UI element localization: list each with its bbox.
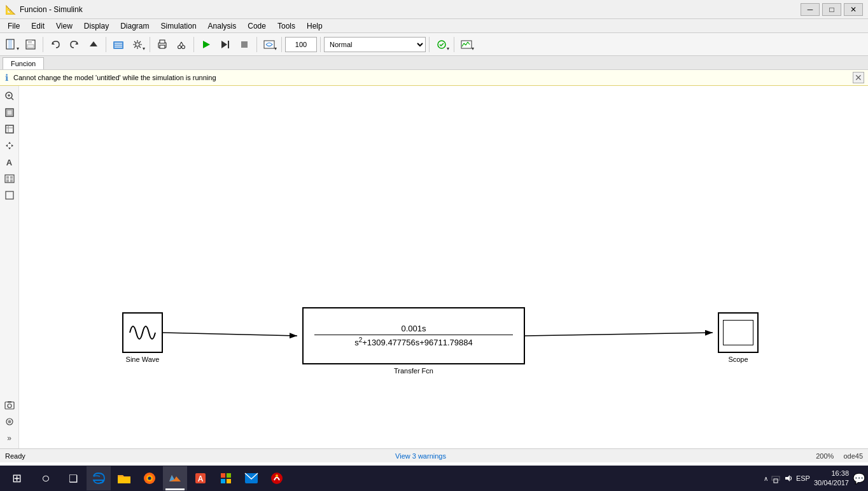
text-tool-button[interactable]: A (1, 155, 18, 170)
ready-status: Ready (5, 452, 25, 460)
svg-rect-36 (7, 110, 12, 115)
scope-block[interactable]: Scope (718, 312, 759, 363)
settings-button[interactable]: ▾ (129, 36, 146, 53)
menu-help[interactable]: Help (302, 20, 328, 32)
taskbar-app7[interactable]: A (188, 466, 213, 490)
toolbar-sep-4 (193, 37, 194, 52)
new-model-button[interactable]: ▾ (3, 36, 20, 53)
svg-marker-42 (6, 144, 8, 147)
taskbar-edge[interactable] (87, 466, 111, 490)
status-bar: Ready View 3 warnings 200% ode45 (0, 448, 868, 462)
svg-rect-58 (724, 321, 752, 344)
toolbar-sep-6 (281, 37, 282, 52)
svg-point-71 (276, 474, 278, 477)
transfer-denominator: s2+1309.477756s+96711.79884 (354, 336, 473, 347)
scope-display (724, 321, 753, 345)
run-button[interactable] (197, 36, 215, 53)
menu-code[interactable]: Code (242, 20, 271, 32)
print-button[interactable]: ▾ (153, 36, 171, 53)
model-tab[interactable]: Funcion (3, 57, 44, 69)
canvas-area[interactable]: Sine Wave 0.001s s2+1309.477756s+96711.7… (19, 86, 868, 448)
sine-wave-block[interactable]: Sine Wave (122, 312, 163, 363)
svg-marker-43 (11, 144, 13, 147)
title-bar: 📐 Funcion - Simulink ─ □ ✕ (0, 0, 868, 19)
svg-line-32 (11, 98, 13, 100)
maximize-button[interactable]: □ (822, 3, 841, 16)
taskbar-app8[interactable] (214, 466, 238, 490)
taskbar-clock[interactable]: 16:38 30/04/2017 (814, 469, 849, 488)
zoom-area-button[interactable] (1, 121, 18, 137)
info-close-button[interactable]: ✕ (853, 72, 864, 83)
taskbar-app9[interactable] (239, 466, 263, 490)
menu-tools[interactable]: Tools (272, 20, 300, 32)
taskbar-firefox[interactable] (137, 466, 162, 490)
warnings-link[interactable]: View 3 warnings (395, 452, 446, 460)
svg-rect-49 (6, 191, 13, 199)
pan-button[interactable] (1, 138, 18, 153)
svg-text:A: A (198, 474, 204, 483)
scope-toolbar-button[interactable]: ▾ (458, 36, 475, 53)
stop-button[interactable] (235, 36, 253, 53)
notification-button[interactable]: 💬 (853, 473, 865, 485)
taskbar-app10[interactable] (265, 466, 289, 490)
tab-bar: Funcion (0, 56, 868, 70)
transfer-divider (314, 335, 512, 335)
menu-analysis[interactable]: Analysis (203, 20, 242, 32)
svg-rect-67 (221, 479, 225, 483)
screenshot-button[interactable] (1, 398, 18, 413)
taskbar-file-explorer[interactable] (112, 466, 136, 490)
start-button[interactable]: ⊞ (3, 466, 31, 490)
undo-button[interactable] (46, 36, 64, 53)
menu-view[interactable]: View (51, 20, 78, 32)
scope-block-body[interactable] (718, 312, 759, 353)
fit-view-button[interactable] (1, 105, 18, 120)
library-browser-button[interactable] (1, 171, 18, 186)
taskbar-right: ∧ ESP 16:38 30/04/2017 💬 (764, 469, 865, 488)
svg-marker-7 (90, 41, 97, 46)
clock-time: 16:38 (814, 469, 849, 478)
menu-simulation[interactable]: Simulation (156, 20, 202, 32)
transfer-fcn-block-body[interactable]: 0.001s s2+1309.477756s+96711.79884 (302, 307, 525, 364)
svg-rect-66 (227, 473, 231, 478)
cut-button[interactable] (172, 36, 190, 53)
sim-mode-dropdown[interactable]: Normal Accelerator Rapid Accelerator Sof… (324, 37, 426, 52)
tray-expand[interactable]: ∧ (764, 475, 768, 482)
svg-point-54 (8, 420, 11, 424)
menu-edit[interactable]: Edit (26, 20, 50, 32)
zoom-in-button[interactable] (1, 88, 18, 104)
sine-wave-block-body[interactable] (122, 312, 163, 353)
transfer-fcn-block[interactable]: 0.001s s2+1309.477756s+96711.79884 Trans… (302, 307, 525, 375)
menu-display[interactable]: Display (79, 20, 114, 32)
redo-button[interactable] (66, 36, 83, 53)
svg-rect-11 (115, 46, 122, 48)
svg-point-62 (148, 477, 151, 480)
library-button[interactable] (109, 36, 127, 53)
svg-rect-15 (160, 45, 165, 48)
clock-date: 30/04/2017 (814, 478, 849, 488)
sim-time-input[interactable] (285, 37, 317, 52)
save-button[interactable] (22, 36, 39, 53)
svg-rect-48 (10, 179, 13, 182)
volume-icon (783, 473, 794, 483)
svg-rect-65 (221, 473, 225, 478)
menu-diagram[interactable]: Diagram (115, 20, 154, 32)
properties-panel-button[interactable] (1, 188, 18, 203)
info-icon: ℹ (5, 73, 8, 83)
svg-marker-20 (203, 41, 210, 48)
minimize-button[interactable]: ─ (801, 3, 820, 16)
taskbar-matlab[interactable] (163, 466, 187, 490)
svg-point-12 (136, 43, 139, 46)
taskbar: ⊞ ○ ❑ A ∧ (0, 466, 868, 491)
close-button[interactable]: ✕ (844, 3, 863, 16)
search-button[interactable]: ○ (32, 466, 60, 490)
svg-rect-9 (115, 43, 122, 44)
menu-file[interactable]: File (3, 20, 25, 32)
record-button[interactable] (1, 414, 18, 429)
check-button[interactable]: ▾ (433, 36, 451, 53)
title-bar-left: 📐 Funcion - Simulink (5, 4, 83, 15)
step-forward-button[interactable] (216, 36, 234, 53)
expand-button[interactable]: » (1, 431, 18, 446)
taskbar-task-view[interactable]: ❑ (61, 466, 85, 490)
up-button[interactable] (85, 36, 102, 53)
zoom-dropdown-btn[interactable]: ▾ (260, 36, 278, 53)
